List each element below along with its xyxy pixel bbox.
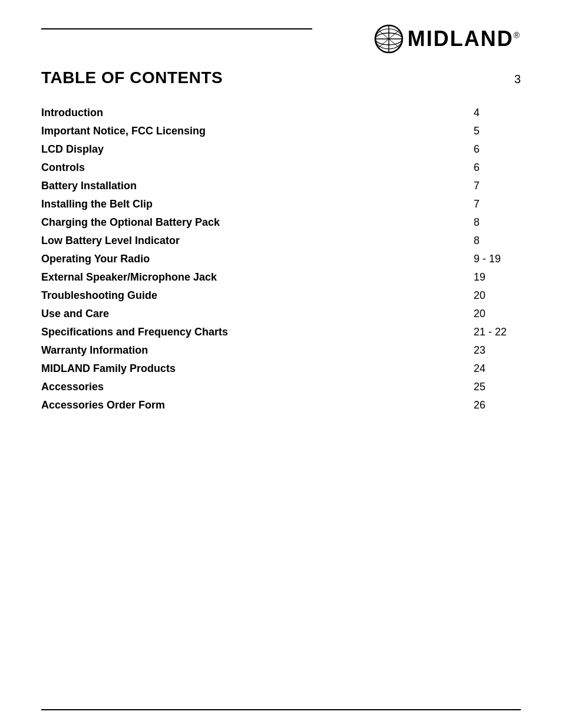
toc-entry: Controls6	[41, 159, 521, 177]
toc-entry-label: Operating Your Radio	[41, 253, 150, 265]
toc-entry-label: Controls	[41, 162, 85, 174]
logo-text: MIDLAND®	[408, 27, 521, 51]
toc-entry: Warranty Information23	[41, 341, 521, 360]
toc-entry-label: Battery Installation	[41, 180, 137, 192]
toc-entry-page: 7	[474, 198, 521, 210]
toc-entry-label: Accessories	[41, 381, 104, 393]
header-left	[41, 24, 373, 29]
toc-entry-page: 20	[474, 308, 521, 320]
toc-entry-page: 6	[474, 162, 521, 174]
toc-entry-label: Introduction	[41, 107, 103, 119]
toc-entry-label: Important Notice, FCC Licensing	[41, 125, 206, 137]
toc-entry-page: 6	[474, 143, 521, 156]
toc-entry: Important Notice, FCC Licensing5	[41, 122, 521, 140]
toc-entry-page: 25	[474, 381, 521, 393]
toc-entry-page: 9 - 19	[474, 253, 521, 265]
toc-entry: Accessories25	[41, 378, 521, 396]
toc-page-number: 3	[514, 73, 521, 86]
toc-entry-page: 23	[474, 344, 521, 357]
toc-entry: Troubleshooting Guide20	[41, 286, 521, 305]
toc-entry-label: Charging the Optional Battery Pack	[41, 216, 220, 229]
toc-entry: External Speaker/Microphone Jack19	[41, 268, 521, 286]
toc-entry-label: Specifications and Frequency Charts	[41, 326, 228, 338]
toc-entry: LCD Display6	[41, 140, 521, 159]
toc-entry-label: Troubleshooting Guide	[41, 289, 157, 302]
toc-entry: Installing the Belt Clip7	[41, 195, 521, 213]
toc-entry-page: 21 - 22	[474, 326, 521, 338]
toc-entry-label: External Speaker/Microphone Jack	[41, 271, 217, 284]
toc-entry-label: MIDLAND Family Products	[41, 363, 176, 375]
footer-divider	[41, 709, 521, 710]
header: MIDLAND®	[41, 24, 521, 54]
toc-entry-page: 24	[474, 363, 521, 375]
toc-entry: MIDLAND Family Products24	[41, 360, 521, 378]
toc-entry: Battery Installation7	[41, 177, 521, 195]
header-divider	[41, 28, 312, 29]
page: MIDLAND® TABLE OF CONTENTS 3 Introductio…	[0, 0, 562, 728]
toc-entry: Introduction4	[41, 104, 521, 122]
toc-entry-label: LCD Display	[41, 143, 104, 156]
toc-entry-page: 26	[474, 399, 521, 411]
toc-title-row: TABLE OF CONTENTS 3	[41, 68, 521, 87]
logo: MIDLAND®	[373, 24, 521, 54]
toc-entries: Introduction4Important Notice, FCC Licen…	[41, 104, 521, 414]
toc-entry-label: Low Battery Level Indicator	[41, 235, 180, 247]
toc-entry-label: Installing the Belt Clip	[41, 198, 153, 210]
toc-title: TABLE OF CONTENTS	[41, 68, 223, 87]
toc-entry: Operating Your Radio9 - 19	[41, 250, 521, 268]
globe-icon	[373, 24, 404, 54]
toc-entry-label: Warranty Information	[41, 344, 148, 357]
toc-entry: Charging the Optional Battery Pack8	[41, 213, 521, 232]
toc-entry-page: 19	[474, 271, 521, 284]
toc-entry-label: Use and Care	[41, 308, 109, 320]
toc-entry: Use and Care20	[41, 305, 521, 323]
toc-entry: Low Battery Level Indicator8	[41, 232, 521, 250]
toc-entry-page: 4	[474, 107, 521, 119]
toc-section: TABLE OF CONTENTS 3 Introduction4Importa…	[41, 68, 521, 414]
toc-entry-page: 8	[474, 216, 521, 229]
toc-entry-page: 7	[474, 180, 521, 192]
toc-entry: Accessories Order Form26	[41, 396, 521, 414]
toc-entry-label: Accessories Order Form	[41, 399, 165, 411]
toc-entry-page: 8	[474, 235, 521, 247]
toc-entry-page: 5	[474, 125, 521, 137]
toc-entry: Specifications and Frequency Charts21 - …	[41, 323, 521, 341]
toc-entry-page: 20	[474, 289, 521, 302]
